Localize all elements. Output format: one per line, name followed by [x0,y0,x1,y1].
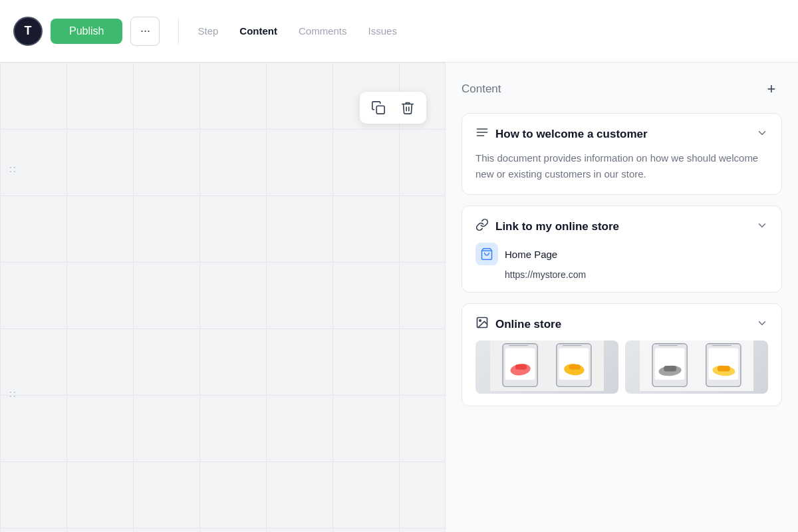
document-icon [475,126,489,142]
link-label: Home Page [505,249,557,260]
store-bag-icon [475,243,498,265]
main-layout: :: :: Content + How to welcome a custome… [0,63,798,532]
document-card-header: How to welcome a customer [462,114,781,150]
online-store-card-title: Online store [495,318,749,331]
link-card-title: Link to my online store [495,220,749,233]
link-row: Home Page [475,243,768,265]
online-store-card: Online store [462,303,782,406]
store-image-1 [475,340,618,394]
svg-rect-28 [718,366,730,372]
link-url: https://mystore.com [475,269,768,280]
online-store-card-header: Online store [462,304,781,340]
delete-button[interactable] [396,96,420,120]
nav-comments[interactable]: Comments [299,23,347,39]
more-options-button[interactable]: ··· [130,17,160,46]
svg-rect-23 [664,366,676,372]
document-card-title: How to welcome a customer [495,128,749,141]
canvas-toolbar [360,92,426,124]
copy-button[interactable] [366,96,390,120]
avatar: T [13,17,43,46]
online-store-images [462,340,781,406]
store-image-2 [625,340,768,394]
add-content-button[interactable]: + [761,78,782,100]
link-icon [475,218,489,235]
header-divider [178,18,179,45]
canvas-grid [0,63,445,532]
svg-rect-12 [515,364,527,370]
svg-rect-0 [376,106,384,114]
panel-title: Content [462,82,501,96]
drag-handle-top[interactable]: :: [9,164,17,174]
right-panel: Content + How to welcome a customer [446,63,798,532]
header-left: T Publish ··· [13,17,160,46]
drag-handle-middle[interactable]: :: [9,388,17,399]
link-card-header: Link to my online store [462,206,781,243]
document-card-chevron[interactable] [756,127,768,142]
publish-button[interactable]: Publish [51,19,122,44]
document-card: How to welcome a customer This document … [462,113,782,195]
document-card-body: This document provides information on ho… [462,150,781,194]
image-icon [475,316,489,332]
header-nav: Step Content Comments Issues [198,23,396,39]
nav-content[interactable]: Content [239,23,277,39]
online-store-card-chevron[interactable] [756,317,768,332]
nav-issues[interactable]: Issues [368,23,397,39]
link-card-chevron[interactable] [756,219,768,234]
panel-header: Content + [462,78,782,100]
svg-rect-17 [569,364,581,370]
link-card: Link to my online store [462,205,782,293]
link-card-body: Home Page https://mystore.com [462,243,781,292]
canvas-area: :: :: [0,63,446,532]
svg-point-6 [479,320,481,322]
header: T Publish ··· Step Content Comments Issu… [0,0,798,63]
nav-step[interactable]: Step [198,23,218,39]
